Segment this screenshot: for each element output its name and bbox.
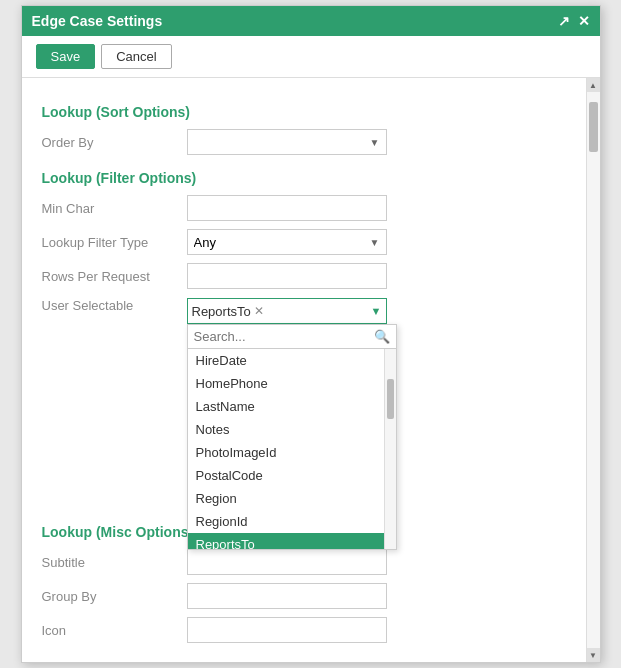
- close-icon[interactable]: ✕: [578, 13, 590, 29]
- subtitle-control: [187, 549, 387, 575]
- icon-control: [187, 617, 387, 643]
- dropdown-item-reportsto[interactable]: ReportsTo: [188, 533, 384, 549]
- dropdown-item-homephone[interactable]: HomePhone: [188, 372, 384, 395]
- dropdown-scrollbar[interactable]: [384, 349, 396, 549]
- dropdown-list: HireDate HomePhone LastName Notes PhotoI…: [188, 349, 384, 549]
- lookup-filter-type-wrapper[interactable]: Any ▼: [187, 229, 387, 255]
- tag-select-arrow-icon[interactable]: ▼: [371, 305, 382, 317]
- icon-input[interactable]: [187, 617, 387, 643]
- order-by-row: Order By ▼: [42, 128, 566, 156]
- dialog-scrollbar[interactable]: ▲ ▼: [586, 78, 600, 662]
- dropdown-item-notes[interactable]: Notes: [188, 418, 384, 441]
- toolbar: Save Cancel: [22, 36, 600, 78]
- dialog-content: Lookup (Sort Options) Order By ▼ Lookup …: [22, 78, 586, 662]
- rows-per-request-input[interactable]: [187, 263, 387, 289]
- dropdown-item-region[interactable]: Region: [188, 487, 384, 510]
- group-by-row: Group By: [42, 582, 566, 610]
- lookup-filter-type-control: Any ▼: [187, 229, 387, 255]
- expand-icon[interactable]: ↗: [558, 13, 570, 29]
- rows-per-request-label: Rows Per Request: [42, 269, 187, 284]
- order-by-label: Order By: [42, 135, 187, 150]
- rows-per-request-row: Rows Per Request: [42, 262, 566, 290]
- edge-case-settings-dialog: Edge Case Settings ↗ ✕ Save Cancel Looku…: [21, 5, 601, 663]
- order-by-control: ▼: [187, 129, 387, 155]
- min-char-input[interactable]: [187, 195, 387, 221]
- search-icon: 🔍: [374, 329, 390, 344]
- icon-label: Icon: [42, 623, 187, 638]
- dropdown-search-row: 🔍: [188, 325, 396, 349]
- sort-options-title: Lookup (Sort Options): [42, 104, 566, 120]
- lookup-filter-type-label: Lookup Filter Type: [42, 235, 187, 250]
- user-selectable-row: User Selectable ReportsTo ✕ ▼: [42, 296, 566, 324]
- tag-remove-button[interactable]: ✕: [254, 305, 264, 317]
- dropdown-list-wrapper: HireDate HomePhone LastName Notes PhotoI…: [188, 349, 396, 549]
- lookup-filter-type-select[interactable]: Any: [188, 230, 386, 254]
- subtitle-input[interactable]: [187, 549, 387, 575]
- dropdown-search-input[interactable]: [194, 329, 374, 344]
- user-selectable-dropdown: 🔍 HireDate HomePhone LastName Notes Phot…: [187, 324, 397, 550]
- dropdown-item-photoimageid[interactable]: PhotoImageId: [188, 441, 384, 464]
- group-by-label: Group By: [42, 589, 187, 604]
- icon-row: Icon: [42, 616, 566, 644]
- group-by-input[interactable]: [187, 583, 387, 609]
- cancel-button[interactable]: Cancel: [101, 44, 171, 69]
- dropdown-scrollbar-thumb: [387, 379, 394, 419]
- subtitle-row: Subtitle: [42, 548, 566, 576]
- user-selectable-tag-select[interactable]: ReportsTo ✕ ▼: [187, 298, 387, 324]
- dialog-body: Lookup (Sort Options) Order By ▼ Lookup …: [22, 78, 600, 662]
- dropdown-item-regionid[interactable]: RegionId: [188, 510, 384, 533]
- order-by-select[interactable]: [188, 130, 386, 154]
- titlebar-icons: ↗ ✕: [558, 13, 590, 29]
- dropdown-item-postalcode[interactable]: PostalCode: [188, 464, 384, 487]
- user-selectable-control: ReportsTo ✕ ▼ 🔍 HireDate: [187, 298, 387, 324]
- save-button[interactable]: Save: [36, 44, 96, 69]
- dropdown-item-lastname[interactable]: LastName: [188, 395, 384, 418]
- filter-options-title: Lookup (Filter Options): [42, 170, 566, 186]
- group-by-control: [187, 583, 387, 609]
- subtitle-label: Subtitle: [42, 555, 187, 570]
- dialog-titlebar: Edge Case Settings ↗ ✕: [22, 6, 600, 36]
- scrollbar-down-arrow[interactable]: ▼: [587, 648, 600, 662]
- user-selectable-label: User Selectable: [42, 298, 187, 313]
- min-char-control: [187, 195, 387, 221]
- lookup-filter-type-row: Lookup Filter Type Any ▼: [42, 228, 566, 256]
- tag-label: ReportsTo: [192, 304, 251, 319]
- scrollbar-track: [587, 92, 600, 648]
- scrollbar-up-arrow[interactable]: ▲: [587, 78, 600, 92]
- dialog-title: Edge Case Settings: [32, 13, 163, 29]
- selected-tag: ReportsTo ✕: [192, 304, 264, 319]
- scrollbar-thumb[interactable]: [589, 102, 598, 152]
- order-by-select-wrapper[interactable]: ▼: [187, 129, 387, 155]
- min-char-row: Min Char: [42, 194, 566, 222]
- rows-per-request-control: [187, 263, 387, 289]
- dropdown-item-hiredate[interactable]: HireDate: [188, 349, 384, 372]
- min-char-label: Min Char: [42, 201, 187, 216]
